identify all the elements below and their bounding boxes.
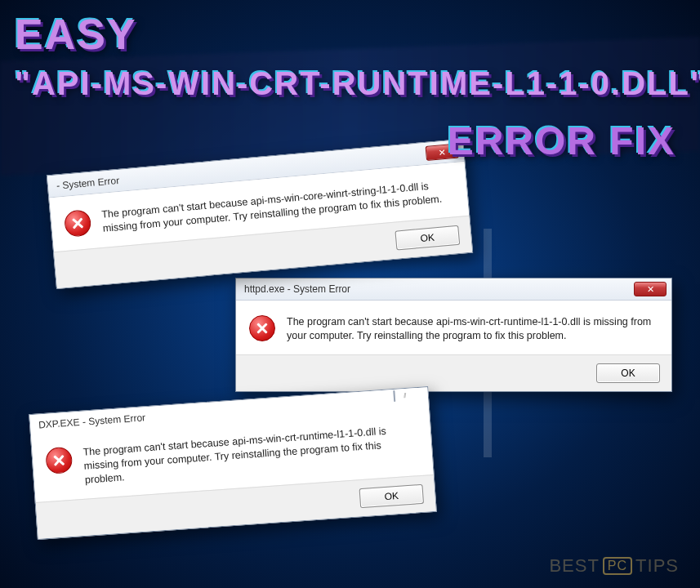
ok-button[interactable]: OK — [596, 363, 660, 383]
headline-filename: "API-MS-WIN-CRT-RUNTIME-L1-1-0.DLL" — [15, 65, 685, 102]
brand-right: TIPS — [635, 555, 679, 577]
ok-button[interactable]: OK — [395, 225, 460, 251]
dialog-title: - System Error — [56, 175, 119, 192]
brand-pc-badge: PC — [603, 557, 632, 575]
dialog-title: httpd.exe - System Error — [244, 283, 350, 295]
error-dialog-3: DXP.EXE - System Error The program can't… — [29, 386, 437, 539]
error-icon — [64, 209, 92, 238]
headline-easy: EASY — [15, 10, 137, 59]
dialog-footer: OK — [236, 354, 671, 391]
error-icon — [249, 315, 275, 341]
error-message: The program can't start because api-ms-w… — [287, 315, 655, 343]
watermark-brand: BEST PC TIPS — [549, 555, 679, 577]
error-icon — [45, 447, 73, 474]
error-message: The program can't start because api-ms-w… — [82, 422, 417, 487]
titlebar: httpd.exe - System Error ✕ — [236, 278, 671, 301]
headline-error-fix: ERROR FIX — [448, 118, 675, 163]
dialog-body: The program can't start because api-ms-w… — [236, 301, 671, 354]
brand-left: BEST — [549, 555, 599, 577]
close-button[interactable]: ✕ — [634, 282, 667, 296]
error-dialog-2: httpd.exe - System Error ✕ The program c… — [235, 278, 672, 392]
ok-button[interactable]: OK — [359, 483, 424, 507]
